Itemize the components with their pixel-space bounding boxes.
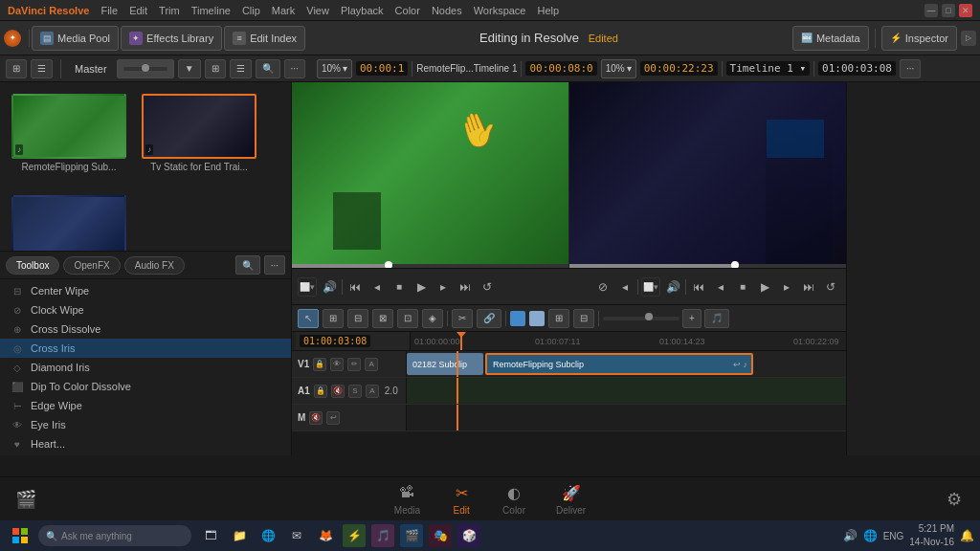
select-tool[interactable]: ↖ [298, 309, 319, 328]
track-lock-v1[interactable]: 🔒 [313, 358, 326, 371]
scrubber-handle-right[interactable] [731, 261, 739, 268]
view-mode-list[interactable]: ☰ [31, 59, 53, 78]
menu-help[interactable]: Help [538, 5, 560, 16]
out-skip-btn[interactable]: ⊘ [593, 277, 612, 297]
effect-center-wipe[interactable]: ⊟ Center Wipe [0, 281, 291, 300]
loop-btn2[interactable]: ↺ [821, 277, 840, 297]
skip-end-btn2[interactable]: ⏭ [799, 277, 818, 297]
out-frame-btn[interactable]: ◂ [615, 277, 635, 297]
track-auto-a1[interactable]: A [366, 385, 379, 398]
prev-frame-btn2[interactable]: ◂ [711, 277, 730, 297]
zoom-selector2[interactable]: 10% ▾ [601, 59, 636, 78]
menu-edit[interactable]: Edit [129, 5, 147, 16]
inspector-expand-icon[interactable]: ▷ [961, 31, 976, 46]
taskbar-network-icon[interactable]: 🌐 [863, 529, 878, 542]
taskbar-volume-icon[interactable]: 🔊 [843, 529, 858, 542]
stop-btn[interactable]: ■ [390, 277, 409, 297]
media-item-0[interactable]: ♪ RemoteFlipping Sub... [11, 94, 126, 172]
edit-tool-3[interactable]: ⊠ [372, 309, 393, 328]
prev-frame-btn[interactable]: ◂ [368, 277, 387, 297]
timeline-more-btn[interactable]: ··· [900, 59, 921, 78]
effect-eye-iris[interactable]: 👁 Eye Iris [0, 415, 291, 434]
track-edit-v1[interactable]: ✏ [347, 358, 361, 371]
taskbar-app-9[interactable]: 🎲 [457, 524, 480, 547]
menu-color[interactable]: Color [395, 5, 420, 16]
loop-btn[interactable]: ↺ [478, 277, 497, 297]
tab-toolbox[interactable]: Toolbox [6, 256, 59, 275]
metadata-button[interactable]: 🔤 Metadata [792, 26, 869, 51]
media-thumb-0[interactable]: ♪ [11, 94, 126, 159]
next-frame-btn2[interactable]: ▸ [777, 277, 796, 297]
edit-tool-2[interactable]: ⊟ [347, 309, 368, 328]
play-btn2[interactable]: ▶ [755, 277, 774, 297]
skip-end-btn[interactable]: ⏭ [456, 277, 475, 297]
taskbar-search[interactable]: 🔍 Ask me anything [38, 525, 191, 546]
menu-trim[interactable]: Trim [159, 5, 180, 16]
taskbar-app-3[interactable]: ✉ [285, 524, 308, 547]
razor-tool[interactable]: ✂ [452, 309, 473, 328]
clip-subclip[interactable]: 02182 Subclip [407, 353, 483, 375]
zoom-slider-handle[interactable] [645, 313, 653, 320]
view-mode-grid[interactable]: ⊞ [6, 59, 27, 78]
tab-openfx[interactable]: OpenFX [63, 256, 120, 275]
track-solo-a1[interactable]: S [348, 385, 362, 398]
color-box-blue[interactable] [510, 311, 525, 326]
menu-file[interactable]: File [100, 5, 118, 16]
link-tool[interactable]: 🔗 [477, 309, 501, 328]
media-item-2[interactable] [11, 195, 126, 252]
edit-tool-4[interactable]: ⊡ [397, 309, 418, 328]
effects-search-btn[interactable]: 🔍 [235, 255, 260, 275]
preview-right[interactable] [568, 82, 846, 268]
nav-media[interactable]: 📽 Media [383, 482, 432, 516]
media-item-1[interactable]: ♪ Tv Static for End Trai... [142, 94, 256, 172]
effects-library-button[interactable]: ✦ Effects Library [121, 26, 222, 51]
effect-heart[interactable]: ♥ Heart... [0, 434, 291, 453]
audio-tool[interactable]: 🎵 [704, 309, 729, 328]
next-frame-btn[interactable]: ▸ [434, 277, 453, 297]
add-track-btn[interactable]: + [682, 309, 702, 328]
effect-cross-dissolve[interactable]: ⊕ Cross Dissolve [0, 320, 291, 339]
menu-clip[interactable]: Clip [242, 5, 260, 16]
effect-clock-wipe[interactable]: ⊘ Clock Wipe [0, 300, 291, 320]
effect-dip-color[interactable]: ⬛ Dip To Color Dissolve [0, 377, 291, 396]
skip-start-btn2[interactable]: ⏮ [689, 277, 708, 297]
start-button[interactable] [6, 524, 34, 547]
filter-btn[interactable]: ▼ [178, 59, 201, 78]
menu-workspace[interactable]: Workspace [474, 5, 526, 16]
bottom-nav-right-icon[interactable]: ⚙ [940, 485, 969, 514]
taskbar-app-0[interactable]: 🗔 [199, 524, 222, 547]
grid-view-btn[interactable]: ⊞ [205, 59, 226, 78]
track-visible-v1[interactable]: 👁 [330, 358, 344, 371]
nav-edit[interactable]: ✂ Edit [439, 482, 483, 516]
taskbar-app-5[interactable]: ⚡ [343, 524, 366, 547]
zoom-selector[interactable]: 10% ▾ [317, 59, 352, 78]
volume-btn[interactable]: 🔊 [320, 277, 339, 297]
maximize-button[interactable]: □ [942, 4, 955, 17]
menu-timeline[interactable]: Timeline [191, 5, 231, 16]
track-mute-a1[interactable]: 🔇 [331, 385, 345, 398]
track-view-btn[interactable]: ⊞ [548, 309, 569, 328]
taskbar-app-2[interactable]: 🌐 [256, 524, 279, 547]
volume-btn2[interactable]: 🔊 [663, 277, 682, 297]
track-auto-v1[interactable]: A [365, 358, 378, 371]
preview-left[interactable]: ✋ [292, 82, 568, 268]
skip-start-btn[interactable]: ⏮ [345, 277, 365, 297]
taskbar-app-8[interactable]: 🎭 [429, 524, 452, 547]
master-slider[interactable] [117, 59, 174, 78]
track-mute-m[interactable]: 🔇 [309, 411, 323, 425]
track-auto-m[interactable]: ↩ [326, 411, 340, 425]
scrubber-handle[interactable] [385, 261, 392, 268]
minimize-button[interactable]: — [924, 4, 938, 17]
taskbar-app-7[interactable]: 🎬 [400, 524, 423, 547]
taskbar-notification-icon[interactable]: 🔔 [960, 529, 974, 542]
taskbar-app-1[interactable]: 📁 [228, 524, 251, 547]
menu-mark[interactable]: Mark [272, 5, 295, 16]
effects-more-btn[interactable]: ··· [264, 255, 285, 275]
track-height-btn[interactable]: ⊟ [573, 309, 594, 328]
aspect-ratio-btn[interactable]: ⬜▾ [298, 277, 317, 297]
menu-playback[interactable]: Playback [341, 5, 384, 16]
more-options-btn[interactable]: ··· [284, 59, 305, 78]
taskbar-app-6[interactable]: 🎵 [371, 524, 394, 547]
taskbar-app-4[interactable]: 🦊 [314, 524, 337, 547]
bottom-nav-left-icon[interactable]: 🎬 [11, 485, 40, 514]
